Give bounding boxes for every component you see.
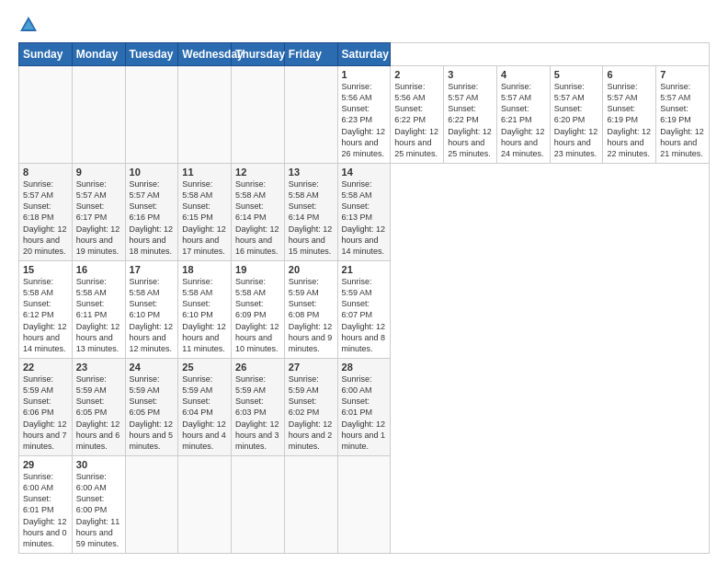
calendar-cell: 9Sunrise: 5:57 AMSunset: 6:17 PMDaylight… [72,164,125,261]
header [18,15,710,35]
calendar-week-row: 29Sunrise: 6:00 AMSunset: 6:01 PMDayligh… [19,456,710,554]
day-number: 21 [342,264,387,275]
calendar-cell: 7Sunrise: 5:57 AMSunset: 6:19 PMDaylight… [656,66,710,164]
day-info: Sunrise: 5:57 AMSunset: 6:19 PMDaylight:… [607,81,652,159]
day-number: 30 [76,459,121,470]
day-number: 9 [76,167,121,178]
calendar-cell: 30Sunrise: 6:00 AMSunset: 6:00 PMDayligh… [72,456,125,554]
weekday-wednesday: Wednesday [178,43,232,66]
day-info: Sunrise: 5:58 AMSunset: 6:15 PMDaylight:… [182,178,227,257]
calendar-cell: 16Sunrise: 5:58 AMSunset: 6:11 PMDayligh… [72,261,125,359]
day-number: 19 [235,264,280,275]
day-number: 24 [130,362,175,373]
weekday-thursday: Thursday [232,43,285,66]
calendar-cell: 13Sunrise: 5:58 AMSunset: 6:14 PMDayligh… [284,164,337,261]
day-info: Sunrise: 5:58 AMSunset: 6:12 PMDaylight:… [23,276,68,354]
day-number: 10 [130,167,175,178]
day-number: 26 [235,362,280,373]
calendar-cell [232,66,285,164]
day-info: Sunrise: 5:56 AMSunset: 6:22 PMDaylight:… [394,81,439,159]
calendar-page: SundayMondayTuesdayWednesdayThursdayFrid… [0,0,728,563]
day-info: Sunrise: 5:58 AMSunset: 6:11 PMDaylight:… [76,276,121,354]
calendar-cell [125,456,178,554]
day-number: 12 [235,167,280,178]
calendar-cell [72,66,125,164]
weekday-tuesday: Tuesday [125,43,178,66]
calendar-cell: 12Sunrise: 5:58 AMSunset: 6:14 PMDayligh… [232,164,285,261]
day-number: 6 [607,69,652,80]
weekday-saturday: Saturday [337,43,391,66]
calendar-header: SundayMondayTuesdayWednesdayThursdayFrid… [19,43,710,66]
day-info: Sunrise: 5:57 AMSunset: 6:22 PMDaylight:… [448,81,493,159]
day-info: Sunrise: 5:58 AMSunset: 6:10 PMDaylight:… [182,276,227,354]
day-info: Sunrise: 6:00 AMSunset: 6:01 PMDaylight:… [23,471,68,549]
day-info: Sunrise: 5:57 AMSunset: 6:18 PMDaylight:… [23,178,68,257]
day-info: Sunrise: 5:59 AMSunset: 6:02 PMDaylight:… [289,373,334,452]
day-number: 16 [76,264,121,275]
day-info: Sunrise: 5:59 AMSunset: 6:08 PMDaylight:… [289,276,334,354]
day-number: 17 [130,264,175,275]
calendar-cell: 3Sunrise: 5:57 AMSunset: 6:22 PMDaylight… [444,66,497,164]
calendar-cell: 23Sunrise: 5:59 AMSunset: 6:05 PMDayligh… [72,359,125,456]
day-info: Sunrise: 5:59 AMSunset: 6:05 PMDaylight:… [76,373,121,452]
calendar-cell: 22Sunrise: 5:59 AMSunset: 6:06 PMDayligh… [19,359,73,456]
calendar-cell: 2Sunrise: 5:56 AMSunset: 6:22 PMDaylight… [391,66,444,164]
calendar-table: SundayMondayTuesdayWednesdayThursdayFrid… [18,42,710,554]
day-number: 18 [182,264,227,275]
day-number: 4 [501,69,546,80]
day-info: Sunrise: 5:57 AMSunset: 6:21 PMDaylight:… [501,81,546,159]
day-info: Sunrise: 5:59 AMSunset: 6:05 PMDaylight:… [130,373,175,452]
weekday-monday: Monday [72,43,125,66]
calendar-cell: 18Sunrise: 5:58 AMSunset: 6:10 PMDayligh… [178,261,232,359]
day-info: Sunrise: 5:58 AMSunset: 6:10 PMDaylight:… [130,276,175,354]
day-number: 14 [342,167,387,178]
day-number: 23 [76,362,121,373]
calendar-cell [232,456,285,554]
day-number: 11 [182,167,227,178]
weekday-header-row: SundayMondayTuesdayWednesdayThursdayFrid… [19,43,710,66]
day-info: Sunrise: 5:59 AMSunset: 6:07 PMDaylight:… [342,276,387,354]
calendar-cell [178,456,232,554]
calendar-cell: 8Sunrise: 5:57 AMSunset: 6:18 PMDaylight… [19,164,73,261]
day-info: Sunrise: 5:57 AMSunset: 6:20 PMDaylight:… [554,81,599,159]
calendar-cell: 27Sunrise: 5:59 AMSunset: 6:02 PMDayligh… [284,359,337,456]
day-number: 22 [23,362,68,373]
calendar-cell: 25Sunrise: 5:59 AMSunset: 6:04 PMDayligh… [178,359,232,456]
calendar-cell [284,66,337,164]
calendar-cell [337,456,391,554]
calendar-cell: 21Sunrise: 5:59 AMSunset: 6:07 PMDayligh… [337,261,391,359]
day-number: 27 [289,362,334,373]
day-info: Sunrise: 5:58 AMSunset: 6:14 PMDaylight:… [235,178,280,257]
calendar-week-row: 22Sunrise: 5:59 AMSunset: 6:06 PMDayligh… [19,359,710,456]
logo-icon [18,15,39,35]
day-number: 3 [448,69,493,80]
day-info: Sunrise: 6:00 AMSunset: 6:01 PMDaylight:… [342,373,387,452]
day-number: 13 [289,167,334,178]
day-info: Sunrise: 5:59 AMSunset: 6:06 PMDaylight:… [23,373,68,452]
calendar-cell: 17Sunrise: 5:58 AMSunset: 6:10 PMDayligh… [125,261,178,359]
day-number: 20 [289,264,334,275]
calendar-cell: 29Sunrise: 6:00 AMSunset: 6:01 PMDayligh… [19,456,73,554]
day-info: Sunrise: 5:58 AMSunset: 6:13 PMDaylight:… [342,178,387,257]
day-info: Sunrise: 5:57 AMSunset: 6:16 PMDaylight:… [130,178,175,257]
calendar-cell: 28Sunrise: 6:00 AMSunset: 6:01 PMDayligh… [337,359,391,456]
day-info: Sunrise: 5:59 AMSunset: 6:04 PMDaylight:… [182,373,227,452]
calendar-cell: 26Sunrise: 5:59 AMSunset: 6:03 PMDayligh… [232,359,285,456]
calendar-cell: 11Sunrise: 5:58 AMSunset: 6:15 PMDayligh… [178,164,232,261]
calendar-cell: 5Sunrise: 5:57 AMSunset: 6:20 PMDaylight… [550,66,603,164]
calendar-cell [19,66,73,164]
day-number: 25 [182,362,227,373]
calendar-cell: 14Sunrise: 5:58 AMSunset: 6:13 PMDayligh… [337,164,391,261]
calendar-cell: 6Sunrise: 5:57 AMSunset: 6:19 PMDaylight… [603,66,656,164]
day-info: Sunrise: 5:58 AMSunset: 6:09 PMDaylight:… [235,276,280,354]
calendar-cell: 1Sunrise: 5:56 AMSunset: 6:23 PMDaylight… [337,66,391,164]
day-info: Sunrise: 6:00 AMSunset: 6:00 PMDaylight:… [76,471,121,549]
weekday-sunday: Sunday [19,43,73,66]
calendar-cell: 10Sunrise: 5:57 AMSunset: 6:16 PMDayligh… [125,164,178,261]
day-number: 1 [342,69,387,80]
calendar-cell [284,456,337,554]
day-number: 5 [554,69,599,80]
day-info: Sunrise: 5:57 AMSunset: 6:19 PMDaylight:… [660,81,705,159]
day-number: 2 [394,69,439,80]
day-number: 29 [23,459,68,470]
